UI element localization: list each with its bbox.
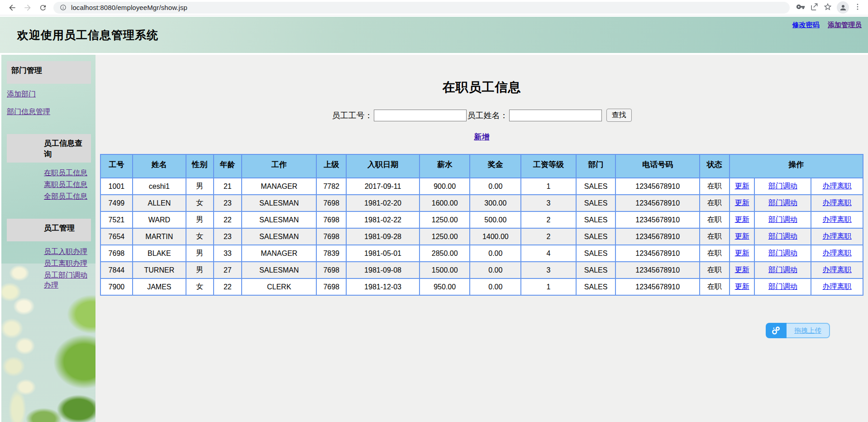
search-form: 员工工号： 员工姓名： 查找 — [95, 109, 868, 122]
table-cell: MANAGER — [242, 178, 316, 195]
table-cell: 7900 — [100, 278, 133, 295]
table-cell: 0.00 — [470, 262, 521, 278]
table-cell: 1 — [521, 178, 576, 195]
employee-name-input[interactable] — [509, 110, 602, 121]
column-header: 年龄 — [214, 154, 242, 178]
table-cell: 12345678910 — [615, 245, 700, 262]
sidebar-link[interactable]: 离职员工信息 — [44, 180, 89, 190]
share-icon[interactable] — [810, 2, 819, 13]
resign-link[interactable]: 办理离职 — [823, 266, 852, 273]
table-cell: 1400.00 — [470, 228, 521, 245]
table-cell: 7839 — [316, 245, 346, 262]
action-cell: 更新 — [730, 262, 755, 278]
table-cell: 7782 — [316, 178, 346, 195]
upload-row: 拖拽上传 — [95, 323, 868, 338]
resign-link[interactable]: 办理离职 — [823, 232, 852, 240]
table-cell: 7844 — [100, 262, 133, 278]
table-cell: 1 — [521, 278, 576, 295]
menu-dots-icon[interactable] — [854, 3, 862, 13]
action-cell: 更新 — [730, 211, 755, 228]
table-cell: 0.00 — [470, 178, 521, 195]
forward-icon[interactable] — [20, 1, 35, 14]
resign-link[interactable]: 办理离职 — [823, 199, 852, 206]
sidebar-link[interactable]: 员工离职办理 — [44, 259, 89, 269]
sidebar-group: 部门管理添加部门部门信息管理 — [7, 61, 91, 117]
change-password-link[interactable]: 修改密码 — [792, 21, 820, 29]
address-bar[interactable]: localhost:8080/employeeMgr/show.jsp — [53, 2, 790, 14]
dept-transfer-link[interactable]: 部门调动 — [768, 249, 797, 257]
table-row: 7499ALLEN女23SALESMAN76981981-02-201600.0… — [100, 195, 863, 211]
add-employee-link[interactable]: 新增 — [474, 133, 490, 141]
column-header: 操作 — [730, 154, 863, 178]
back-icon[interactable] — [5, 1, 20, 14]
column-header: 性别 — [186, 154, 214, 178]
table-cell: 1981-05-01 — [346, 245, 420, 262]
table-cell: 950.00 — [420, 278, 470, 295]
site-header: 欢迎使用员工信息管理系统 修改密码 添加管理员 — [0, 17, 868, 53]
table-cell: 2 — [521, 211, 576, 228]
column-header: 入职日期 — [346, 154, 420, 178]
sidebar-link-list: 在职员工信息离职员工信息全部员工信息 — [44, 168, 89, 201]
update-link[interactable]: 更新 — [735, 182, 749, 190]
dept-transfer-link[interactable]: 部门调动 — [768, 232, 797, 240]
sidebar-link[interactable]: 员工部门调动办理 — [44, 270, 89, 290]
sidebar-link[interactable]: 添加部门 — [7, 89, 91, 99]
employee-id-input[interactable] — [374, 110, 467, 121]
table-cell: 23 — [214, 228, 242, 245]
action-cell: 部门调动 — [754, 245, 811, 262]
dept-transfer-link[interactable]: 部门调动 — [768, 199, 797, 206]
add-admin-link[interactable]: 添加管理员 — [828, 21, 862, 29]
table-cell: SALESMAN — [242, 211, 316, 228]
dept-transfer-link[interactable]: 部门调动 — [768, 216, 797, 223]
update-link[interactable]: 更新 — [735, 199, 749, 206]
resign-link[interactable]: 办理离职 — [823, 216, 852, 223]
table-cell: 23 — [214, 195, 242, 211]
table-cell: 7698 — [316, 211, 346, 228]
sidebar-group-heading: 部门管理 — [7, 61, 91, 84]
dept-transfer-link[interactable]: 部门调动 — [768, 283, 797, 290]
sidebar-link[interactable]: 部门信息管理 — [7, 107, 91, 117]
resign-link[interactable]: 办理离职 — [823, 249, 852, 257]
action-cell: 办理离职 — [811, 178, 863, 195]
table-cell: 男 — [186, 178, 214, 195]
sidebar-link[interactable]: 在职员工信息 — [44, 168, 89, 178]
table-cell: 12345678910 — [615, 262, 700, 278]
dept-transfer-link[interactable]: 部门调动 — [768, 182, 797, 190]
table-cell: SALESMAN — [242, 195, 316, 211]
action-cell: 办理离职 — [811, 245, 863, 262]
site-info-icon[interactable] — [60, 4, 67, 11]
table-cell: ALLEN — [133, 195, 186, 211]
sidebar-link[interactable]: 员工入职办理 — [44, 247, 89, 257]
resign-link[interactable]: 办理离职 — [823, 182, 852, 190]
sidebar-link[interactable]: 全部员工信息 — [44, 192, 89, 201]
table-cell: 0.00 — [470, 245, 521, 262]
update-link[interactable]: 更新 — [735, 232, 749, 240]
table-row: 7521WARD男22SALESMAN76981981-02-221250.00… — [100, 211, 863, 228]
dept-transfer-link[interactable]: 部门调动 — [768, 266, 797, 273]
refresh-icon[interactable] — [35, 1, 51, 14]
update-link[interactable]: 更新 — [735, 216, 749, 223]
bookmark-star-icon[interactable] — [823, 2, 832, 13]
table-cell: 1981-02-20 — [346, 195, 420, 211]
drag-upload-button[interactable]: 拖拽上传 — [766, 323, 830, 338]
table-cell: MARTIN — [133, 228, 186, 245]
action-cell: 部门调动 — [754, 278, 811, 295]
column-header: 上级 — [316, 154, 346, 178]
action-cell: 更新 — [730, 195, 755, 211]
table-cell: 1600.00 — [420, 195, 470, 211]
search-button[interactable]: 查找 — [606, 109, 632, 122]
screen: localhost:8080/employeeMgr/show.jsp 欢迎使用… — [0, 0, 868, 422]
table-cell: 900.00 — [420, 178, 470, 195]
table-cell: 男 — [186, 245, 214, 262]
update-link[interactable]: 更新 — [735, 266, 749, 273]
update-link[interactable]: 更新 — [735, 249, 749, 257]
table-cell: JAMES — [133, 278, 186, 295]
table-cell: 2017-09-11 — [346, 178, 420, 195]
profile-icon[interactable] — [837, 1, 849, 14]
key-icon[interactable] — [796, 2, 805, 13]
update-link[interactable]: 更新 — [735, 283, 749, 290]
table-cell: SALESMAN — [242, 262, 316, 278]
table-cell: SALESMAN — [242, 228, 316, 245]
browser-actions — [796, 1, 863, 14]
resign-link[interactable]: 办理离职 — [823, 283, 852, 290]
